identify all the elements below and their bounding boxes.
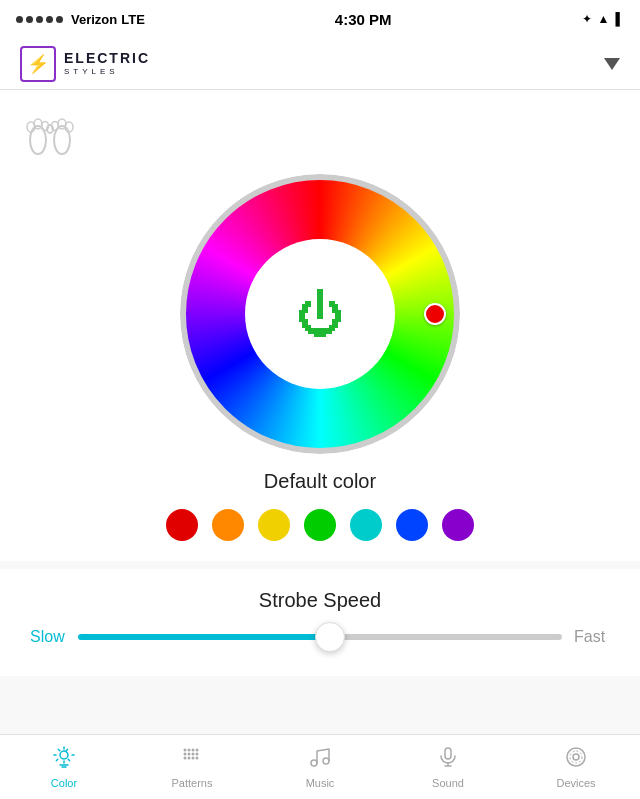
nav-item-sound[interactable]: Sound: [384, 735, 512, 799]
svg-point-21: [196, 753, 199, 756]
color-nav-icon: [52, 745, 76, 773]
logo-icon-box: ⚡: [20, 46, 56, 82]
logo-brand-name: ELECTRIC: [64, 51, 150, 66]
nav-item-patterns[interactable]: Patterns: [128, 735, 256, 799]
default-color-label: Default color: [264, 470, 376, 493]
svg-point-11: [184, 749, 187, 752]
color-swatch-orange[interactable]: [212, 509, 244, 541]
svg-point-12: [188, 749, 191, 752]
carrier-label: Verizon: [71, 12, 117, 27]
wifi-icon: ▲: [598, 12, 610, 26]
svg-point-20: [196, 749, 199, 752]
status-bar: Verizon LTE 4:30 PM ✦ ▲ ▌: [0, 0, 640, 38]
slow-label: Slow: [30, 628, 66, 646]
nav-label-sound: Sound: [432, 777, 464, 789]
music-nav-icon: [308, 745, 332, 773]
svg-point-16: [192, 753, 195, 756]
svg-point-10: [60, 751, 68, 759]
svg-point-19: [192, 757, 195, 760]
svg-point-24: [323, 758, 329, 764]
svg-point-14: [184, 753, 187, 756]
patterns-nav-icon: [180, 745, 204, 773]
strobe-speed-section: Strobe Speed Slow Fast: [0, 569, 640, 676]
nav-label-patterns: Patterns: [172, 777, 213, 789]
svg-point-2: [34, 119, 42, 129]
nav-label-devices: Devices: [556, 777, 595, 789]
color-wheel-container[interactable]: ⏻: [180, 174, 460, 454]
clock: 4:30 PM: [335, 11, 392, 28]
color-wheel-center: ⏻: [245, 239, 395, 389]
logo: ⚡ ELECTRIC STYLES: [20, 46, 150, 82]
network-label: LTE: [121, 12, 145, 27]
svg-rect-25: [445, 748, 451, 759]
status-icons: ✦ ▲ ▌: [582, 12, 624, 26]
fast-label: Fast: [574, 628, 610, 646]
svg-point-23: [311, 760, 317, 766]
color-selector-dot[interactable]: [424, 303, 446, 325]
strobe-slider-thumb[interactable]: [315, 622, 345, 652]
app-header: ⚡ ELECTRIC STYLES: [0, 38, 640, 90]
sound-nav-icon: [436, 745, 460, 773]
logo-text-block: ELECTRIC STYLES: [64, 51, 150, 75]
svg-point-15: [188, 753, 191, 756]
svg-point-7: [58, 119, 66, 129]
feet-icon: [20, 110, 80, 164]
lightning-icon: ⚡: [27, 53, 49, 75]
svg-point-27: [573, 754, 579, 760]
svg-point-13: [192, 749, 195, 752]
color-swatch-yellow[interactable]: [258, 509, 290, 541]
svg-point-18: [188, 757, 191, 760]
battery-icon: ▌: [615, 12, 624, 26]
nav-label-color: Color: [51, 777, 77, 789]
strobe-slider-track[interactable]: [78, 634, 562, 640]
color-swatch-green[interactable]: [304, 509, 336, 541]
strobe-speed-title: Strobe Speed: [30, 589, 610, 612]
power-icon[interactable]: ⏻: [296, 287, 344, 342]
svg-point-22: [196, 757, 199, 760]
nav-item-music[interactable]: Music: [256, 735, 384, 799]
signal-dots: [16, 16, 63, 23]
svg-point-28: [570, 751, 582, 763]
main-content: ⏻ Default color Strobe Speed Slow Fast: [0, 90, 640, 734]
bluetooth-icon: ✦: [582, 12, 592, 26]
bottom-navigation: Color Patterns: [0, 734, 640, 799]
color-swatch-red[interactable]: [166, 509, 198, 541]
color-swatch-purple[interactable]: [442, 509, 474, 541]
nav-item-color[interactable]: Color: [0, 735, 128, 799]
logo-subtitle: STYLES: [64, 67, 150, 76]
svg-point-17: [184, 757, 187, 760]
devices-nav-icon: [564, 745, 588, 773]
dropdown-arrow-icon[interactable]: [604, 58, 620, 70]
nav-label-music: Music: [306, 777, 335, 789]
color-swatch-blue[interactable]: [396, 509, 428, 541]
color-swatch-cyan[interactable]: [350, 509, 382, 541]
strobe-slider-container: Slow Fast: [30, 628, 610, 646]
nav-item-devices[interactable]: Devices: [512, 735, 640, 799]
color-swatches: [166, 509, 474, 541]
color-section: ⏻ Default color: [0, 90, 640, 561]
status-left: Verizon LTE: [16, 12, 145, 27]
